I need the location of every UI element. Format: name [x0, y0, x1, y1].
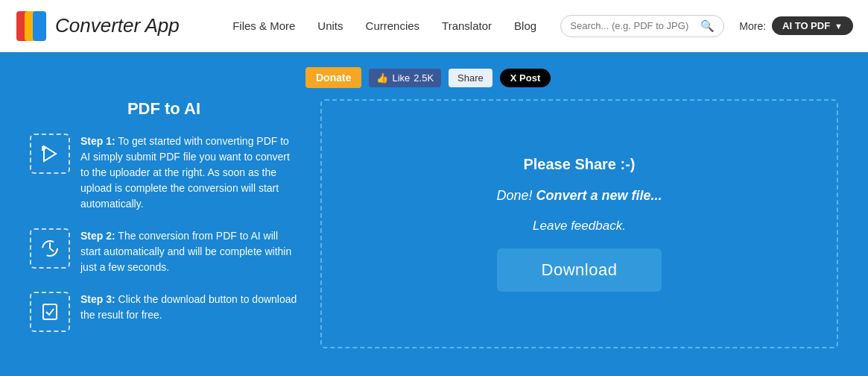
fb-like-label: Like — [392, 72, 410, 84]
social-bar: Donate 👍 Like 2.5K Share X Post — [30, 67, 838, 88]
leave-feedback-text[interactable]: Leave feedback. — [533, 219, 626, 234]
step-1-label: Step 1: — [80, 135, 115, 147]
main-content: Donate 👍 Like 2.5K Share X Post PDF to A… — [0, 52, 868, 376]
convert-link-text[interactable]: Convert a new file... — [536, 188, 662, 203]
step-3-text: Step 3: Click the download button to dow… — [80, 292, 298, 323]
nav-units[interactable]: Units — [317, 19, 343, 32]
more-area: More: AI TO PDF ▼ — [739, 16, 853, 35]
facebook-like-button[interactable]: 👍 Like 2.5K — [369, 69, 441, 87]
donate-button[interactable]: Donate — [305, 67, 361, 88]
nav-translator[interactable]: Translator — [442, 19, 492, 32]
step-3-icon — [30, 292, 70, 332]
page-title: PDF to AI — [30, 99, 298, 119]
step-1-item: Step 1: To get started with converting P… — [30, 134, 298, 212]
step-3-label: Step 3: — [80, 293, 115, 305]
nav-blog[interactable]: Blog — [514, 19, 536, 32]
step-1-text: Step 1: To get started with converting P… — [80, 134, 298, 212]
search-bar: 🔍 — [560, 15, 724, 37]
thumb-icon: 👍 — [376, 72, 388, 84]
left-panel: PDF to AI Step 1: To get started with co… — [30, 99, 298, 348]
step-1-icon — [30, 134, 70, 174]
x-post-button[interactable]: X Post — [500, 69, 551, 87]
step-2-label: Step 2: — [80, 230, 115, 242]
share-button[interactable]: Share — [449, 69, 492, 87]
search-icon: 🔍 — [700, 19, 715, 33]
svg-rect-2 — [33, 11, 46, 41]
nav-currencies[interactable]: Currencies — [366, 19, 420, 32]
fb-like-count: 2.5K — [414, 72, 434, 84]
badge-text: AI TO PDF — [782, 20, 830, 31]
content-area: PDF to AI Step 1: To get started with co… — [30, 99, 838, 348]
done-text: Done! — [496, 188, 532, 203]
more-badge[interactable]: AI TO PDF ▼ — [772, 16, 853, 35]
svg-line-8 — [50, 248, 54, 251]
step-2-text: Step 2: The conversion from PDF to AI wi… — [80, 228, 298, 275]
header: Converter App Files & More Units Currenc… — [0, 0, 868, 52]
svg-rect-9 — [43, 304, 57, 319]
download-button[interactable]: Download — [497, 248, 662, 292]
logo-icon — [15, 10, 48, 43]
more-label: More: — [739, 20, 766, 32]
step-2-item: Step 2: The conversion from PDF to AI wi… — [30, 228, 298, 275]
nav-files-more[interactable]: Files & More — [232, 19, 295, 32]
chevron-down-icon: ▼ — [834, 22, 843, 31]
right-panel: Please Share :-) Done! Convert a new fil… — [320, 99, 838, 348]
main-nav: Files & More Units Currencies Translator… — [209, 19, 560, 32]
done-convert-text: Done! Convert a new file... — [496, 188, 662, 204]
step-3-item: Step 3: Click the download button to dow… — [30, 292, 298, 332]
logo-area: Converter App — [15, 10, 209, 43]
search-input[interactable] — [570, 20, 700, 31]
logo-text: Converter App — [55, 14, 180, 37]
please-share-text: Please Share :-) — [523, 156, 635, 173]
step-2-icon — [30, 228, 70, 269]
